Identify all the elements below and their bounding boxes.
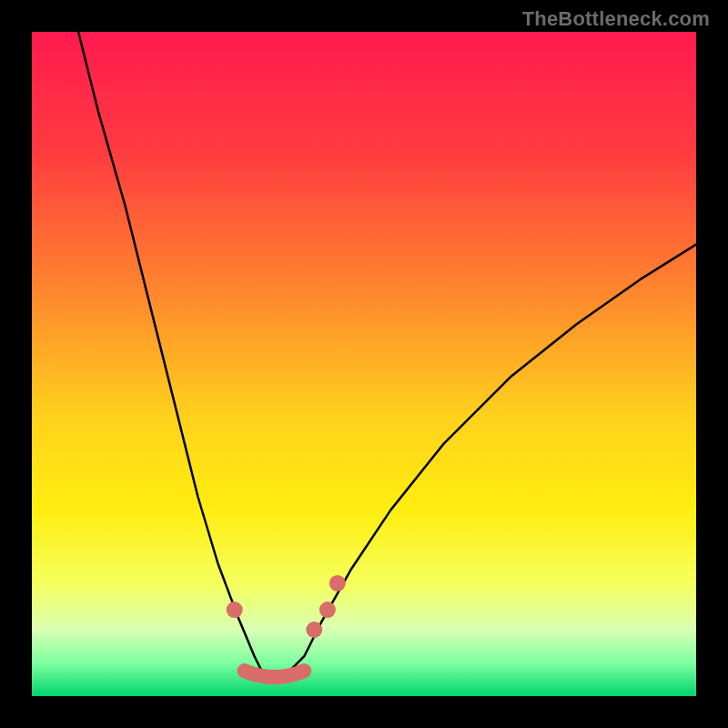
highlight-dot	[329, 575, 346, 592]
valley-band	[245, 671, 305, 677]
chart-overlay	[32, 32, 696, 696]
outer-frame: TheBottleneck.com	[0, 0, 728, 728]
highlight-dot	[319, 602, 336, 618]
watermark-text: TheBottleneck.com	[522, 7, 710, 31]
highlight-dot	[227, 602, 243, 618]
bottleneck-curve	[78, 32, 696, 682]
highlight-dot	[306, 622, 322, 638]
